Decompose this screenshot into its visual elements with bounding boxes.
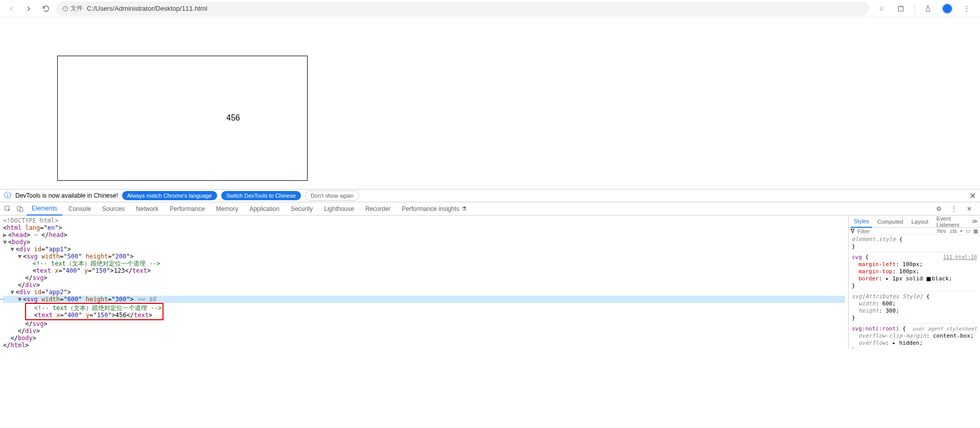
stab-computed[interactable]: Computed xyxy=(874,216,906,228)
color-swatch[interactable] xyxy=(926,277,931,281)
file-chip-label: 文件 xyxy=(71,4,83,13)
tab-performance[interactable]: Performance xyxy=(165,202,210,216)
tab-network[interactable]: Network xyxy=(131,202,164,216)
stab-styles[interactable]: Styles xyxy=(851,216,872,228)
cls-toggle[interactable]: .cls xyxy=(949,228,956,234)
device-icon[interactable] xyxy=(14,203,26,215)
svg-rect-3 xyxy=(20,207,22,211)
infobar-message: DevTools is now available in Chinese! xyxy=(15,192,118,199)
info-icon: ⓘ xyxy=(4,191,11,200)
tab-memory[interactable]: Memory xyxy=(211,202,243,216)
rule-svg-attr: svg[Attributes Style] { width: 600; heig… xyxy=(852,293,977,324)
highlighted-box: <!-- text（文本）跟绝对定位一个道理 --> <text x="400"… xyxy=(25,303,163,320)
tab-application[interactable]: Application xyxy=(244,202,285,216)
devtools-infobar: ⓘ DevTools is now available in Chinese! … xyxy=(0,189,980,202)
browser-right-icons: ☆ ⋮ xyxy=(872,3,976,15)
divider xyxy=(914,4,915,13)
new-rule-icon[interactable]: + xyxy=(960,228,963,234)
selected-element[interactable]: ⋯ ▼<svg width="600" height="300"> == $0 xyxy=(3,296,845,303)
match-language-button[interactable]: Always match Chrome's language xyxy=(122,191,217,200)
devtools-tabbar: Elements Console Sources Network Perform… xyxy=(0,202,980,216)
star-icon[interactable]: ☆ xyxy=(875,3,888,15)
styles-tabs-more-icon[interactable]: ≫ xyxy=(972,218,978,225)
source-link[interactable]: 111.html:10 xyxy=(943,254,977,261)
extensions-icon[interactable] xyxy=(895,3,907,15)
elements-tree[interactable]: <!DOCTYPE html> <html lang="en"> ▶<head>… xyxy=(0,216,848,348)
reload-button[interactable] xyxy=(39,2,53,16)
file-chip: 文件 xyxy=(62,4,83,13)
rule-svg: 111.html:10 svg { margin-left: 100px; ma… xyxy=(852,254,977,292)
doctype: <!DOCTYPE html> xyxy=(3,217,58,224)
devtools-panels: <!DOCTYPE html> <html lang="en"> ▶<head>… xyxy=(0,216,980,348)
settings-icon[interactable]: ⚙ xyxy=(933,203,944,215)
svg-text-456: 456 xyxy=(226,113,240,123)
browser-menu-icon[interactable]: ⋮ xyxy=(961,3,973,15)
tab-lighthouse[interactable]: Lighthouse xyxy=(319,202,359,216)
profile-avatar[interactable] xyxy=(941,3,953,15)
close-infobar-icon[interactable]: ✕ xyxy=(969,191,976,201)
page-viewport: 456 xyxy=(0,17,980,189)
styles-rules[interactable]: element.style {} 111.html:10 svg { margi… xyxy=(849,235,980,348)
devtools-menu-icon[interactable]: ⋮ xyxy=(948,203,960,215)
rule-svg-ua: user agent stylesheet svg:not(:root) { o… xyxy=(852,325,977,348)
stab-events[interactable]: Event Listeners xyxy=(934,216,970,228)
back-button[interactable] xyxy=(4,2,18,16)
browser-toolbar: 文件 C:/Users/Administrator/Desktop/111.ht… xyxy=(0,0,980,17)
hov-toggle[interactable]: :hov xyxy=(936,228,946,234)
tab-elements[interactable]: Elements xyxy=(27,202,62,216)
devtools-close-icon[interactable]: ✕ xyxy=(964,203,975,215)
tab-recorder[interactable]: Recorder xyxy=(360,202,395,216)
dont-show-button[interactable]: Don't show again xyxy=(305,191,359,201)
box-model-icon[interactable]: ▦ xyxy=(973,228,978,234)
switch-language-button[interactable]: Switch DevTools to Chinese xyxy=(221,191,301,200)
computed-icon[interactable]: ▭ xyxy=(966,228,970,234)
labs-icon[interactable] xyxy=(922,3,934,15)
styles-tabs: Styles Computed Layout Event Listeners ≫ xyxy=(849,216,980,228)
stab-layout[interactable]: Layout xyxy=(908,216,931,228)
tab-console[interactable]: Console xyxy=(63,202,96,216)
element-style-block: element.style {} xyxy=(852,236,977,252)
styles-filter-row: ∇ :hov .cls + ▭ ▦ xyxy=(849,228,980,235)
beaker-icon: ⚗ xyxy=(461,205,467,212)
url-text: C:/Users/Administrator/Desktop/111.html xyxy=(87,5,207,12)
address-bar[interactable]: 文件 C:/Users/Administrator/Desktop/111.ht… xyxy=(56,2,869,16)
inspect-icon[interactable] xyxy=(2,203,13,215)
styles-panel: Styles Computed Layout Event Listeners ≫… xyxy=(848,216,980,348)
tab-security[interactable]: Security xyxy=(286,202,318,216)
svg-container: 456 xyxy=(57,56,308,181)
tab-perf-insights[interactable]: Performance insights⚗ xyxy=(396,202,472,216)
tab-sources[interactable]: Sources xyxy=(97,202,130,216)
filter-icon: ∇ xyxy=(851,228,854,234)
forward-button[interactable] xyxy=(21,2,36,16)
styles-filter-input[interactable] xyxy=(857,228,933,234)
